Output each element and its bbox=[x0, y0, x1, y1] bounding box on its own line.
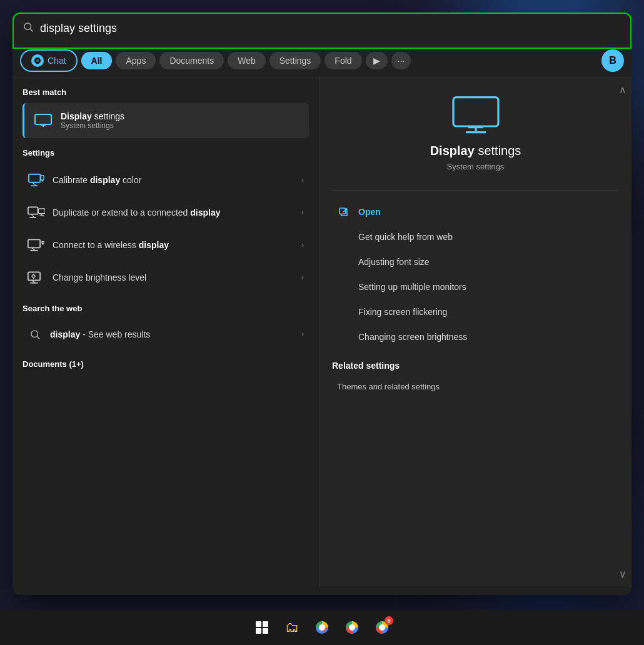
link-font-icon bbox=[337, 256, 350, 268]
settings-item-duplicate[interactable]: Duplicate or extend to a connected displ… bbox=[23, 196, 309, 229]
open-label: Open bbox=[358, 207, 381, 217]
tab-more-button[interactable]: ··· bbox=[391, 52, 411, 69]
web-section: Search the web display - See web results… bbox=[23, 304, 309, 349]
tab-folders-label: Fold bbox=[335, 56, 351, 66]
related-item-themes[interactable]: Themes and related settings bbox=[319, 376, 631, 398]
chevron-icon-calibrate: › bbox=[301, 176, 304, 184]
svg-point-19 bbox=[42, 243, 44, 245]
svg-point-40 bbox=[349, 624, 355, 631]
link-item-flicker[interactable]: Fixing screen flickering bbox=[332, 299, 619, 324]
svg-point-38 bbox=[319, 624, 325, 631]
tab-all-label: All bbox=[91, 56, 103, 66]
tab-play-button[interactable]: ▶ bbox=[366, 52, 388, 69]
bing-button[interactable]: B bbox=[601, 49, 624, 72]
display-settings-icon bbox=[33, 111, 53, 131]
right-panel-title: Display settings bbox=[430, 144, 521, 158]
chrome-icon-1 bbox=[314, 619, 330, 636]
settings-item-calibrate[interactable]: Calibrate display color › bbox=[23, 164, 309, 196]
svg-rect-13 bbox=[39, 209, 46, 214]
best-match-subtitle: System settings bbox=[61, 121, 124, 130]
duplicate-display-text: Duplicate or extend to a connected displ… bbox=[53, 208, 294, 218]
svg-rect-16 bbox=[28, 239, 40, 248]
tab-apps[interactable]: Apps bbox=[116, 52, 156, 69]
svg-rect-20 bbox=[28, 272, 40, 280]
settings-item-wireless[interactable]: Connect to a wireless display › bbox=[23, 229, 309, 261]
chevron-icon-wireless: › bbox=[301, 241, 304, 249]
best-match-item[interactable]: Display settings System settings bbox=[23, 103, 309, 138]
web-search-icon bbox=[28, 327, 43, 342]
svg-point-42 bbox=[379, 624, 385, 631]
taskbar-chrome-1[interactable] bbox=[309, 615, 335, 640]
taskbar-windows-button[interactable] bbox=[249, 615, 274, 640]
link-font-label: Adjusting font size bbox=[358, 257, 430, 267]
brightness-icon bbox=[28, 269, 45, 286]
duplicate-display-icon bbox=[28, 204, 45, 221]
search-window: Chat All Apps Documents Web Settings Fol… bbox=[13, 12, 631, 595]
best-match-title-bold: Display bbox=[61, 111, 92, 121]
tab-chat[interactable]: Chat bbox=[20, 49, 78, 72]
scroll-down-button[interactable]: ∨ bbox=[619, 568, 626, 580]
open-icon bbox=[337, 206, 350, 218]
related-themes-label: Themes and related settings bbox=[337, 382, 440, 391]
svg-line-1 bbox=[30, 29, 33, 31]
link-monitors-label: Setting up multiple monitors bbox=[358, 282, 466, 292]
right-panel: ∧ Display settings System settings bbox=[319, 78, 631, 586]
docs-section: Documents (1+) bbox=[23, 359, 309, 369]
tab-chat-label: Chat bbox=[48, 56, 66, 66]
taskbar-chrome-2[interactable] bbox=[340, 615, 365, 640]
link-brightness-label: Changing screen brightness bbox=[358, 332, 467, 342]
tab-all[interactable]: All bbox=[81, 52, 113, 69]
tab-documents-label: Documents bbox=[169, 56, 214, 66]
best-match-title-plain: settings bbox=[94, 111, 124, 121]
quick-help-icon bbox=[337, 231, 350, 243]
settings-item-brightness[interactable]: Change brightness level › bbox=[23, 261, 309, 294]
svg-rect-10 bbox=[28, 207, 38, 214]
tab-web[interactable]: Web bbox=[228, 52, 266, 69]
panel-divider bbox=[332, 190, 619, 191]
tab-documents[interactable]: Documents bbox=[159, 52, 224, 69]
right-panel-actions: Open Get quick help from web Adjusting f… bbox=[319, 197, 631, 352]
quick-help-label: Get quick help from web bbox=[358, 232, 453, 242]
tab-folders[interactable]: Fold bbox=[325, 52, 361, 69]
web-section-title: Search the web bbox=[23, 304, 309, 313]
scroll-up-button[interactable]: ∧ bbox=[619, 84, 626, 96]
link-item-font[interactable]: Adjusting font size bbox=[332, 249, 619, 274]
docs-section-title: Documents (1+) bbox=[23, 359, 309, 369]
brightness-text: Change brightness level bbox=[53, 272, 294, 282]
taskbar-chrome-3[interactable]: 5 bbox=[370, 615, 395, 640]
right-title-plain: settings bbox=[478, 144, 521, 158]
related-settings-title: Related settings bbox=[319, 352, 631, 376]
svg-point-23 bbox=[32, 275, 34, 278]
open-action-item[interactable]: Open bbox=[332, 199, 619, 224]
link-item-monitors[interactable]: Setting up multiple monitors bbox=[332, 274, 619, 299]
best-match-title: Best match bbox=[23, 88, 309, 97]
svg-rect-30 bbox=[453, 98, 498, 126]
main-content: Best match Display settings System setti… bbox=[13, 78, 631, 586]
chevron-icon-web: › bbox=[301, 330, 304, 339]
chat-icon bbox=[31, 54, 44, 67]
search-input[interactable] bbox=[40, 22, 621, 35]
web-search-item[interactable]: display - See web results › bbox=[23, 319, 309, 349]
link-flicker-icon bbox=[337, 306, 350, 318]
calibrate-display-icon bbox=[28, 171, 45, 189]
svg-line-29 bbox=[37, 336, 39, 339]
windows-icon bbox=[256, 621, 268, 634]
svg-point-0 bbox=[24, 23, 31, 30]
tab-settings[interactable]: Settings bbox=[269, 52, 321, 69]
search-icon bbox=[23, 21, 34, 35]
link-flicker-label: Fixing screen flickering bbox=[358, 307, 447, 317]
ellipsis-icon: ··· bbox=[398, 56, 405, 66]
svg-rect-2 bbox=[35, 114, 51, 124]
quick-help-item[interactable]: Get quick help from web bbox=[332, 224, 619, 249]
web-search-text: display - See web results bbox=[50, 329, 294, 339]
tab-web-label: Web bbox=[238, 56, 256, 66]
right-panel-subtitle: System settings bbox=[447, 162, 505, 171]
link-item-brightness[interactable]: Changing screen brightness bbox=[332, 324, 619, 349]
display-large-icon bbox=[451, 96, 501, 134]
notification-badge: 5 bbox=[385, 616, 393, 625]
taskbar-file-explorer[interactable]: 🗂 bbox=[279, 615, 304, 640]
right-title-bold: Display bbox=[430, 144, 475, 158]
settings-section-title: Settings bbox=[23, 148, 309, 158]
wireless-display-icon bbox=[28, 236, 45, 254]
link-monitors-icon bbox=[337, 281, 350, 293]
